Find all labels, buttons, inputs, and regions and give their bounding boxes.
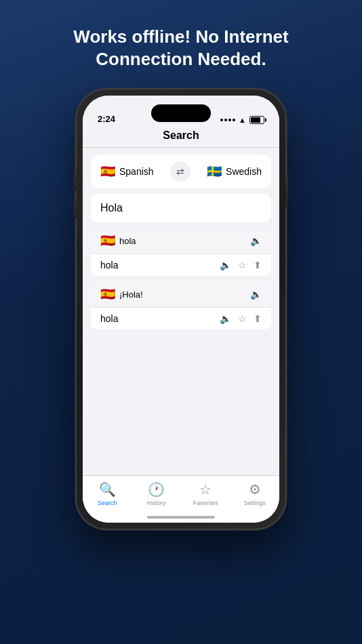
status-time: 2:24 bbox=[98, 114, 115, 124]
tab-favorites[interactable]: ☆ Favorites bbox=[181, 481, 230, 506]
result-card-2: 🇪🇸 ¡Hola! 🔈 hola 🔈 ☆ ⬆ bbox=[91, 281, 271, 329]
favorites-tab-icon: ☆ bbox=[199, 481, 212, 498]
speaker-icon-1[interactable]: 🔈 bbox=[250, 235, 262, 246]
swap-languages-button[interactable]: ⇄ bbox=[170, 161, 190, 182]
speaker-icon-2[interactable]: 🔈 bbox=[250, 289, 262, 300]
target-language[interactable]: 🇸🇪 Swedish bbox=[207, 164, 262, 179]
result-translation-2: hola 🔈 ☆ ⬆ bbox=[91, 307, 271, 329]
favorites-tab-label: Favorites bbox=[193, 500, 218, 506]
headline-text: Works offline! No Internet bbox=[73, 26, 288, 47]
language-selector[interactable]: 🇪🇸 Spanish ⇄ 🇸🇪 Swedish bbox=[91, 155, 271, 188]
result-actions-1: 🔈 ☆ ⬆ bbox=[220, 260, 262, 270]
headline: Works offline! No Internet Connection Ne… bbox=[46, 26, 315, 70]
wifi-icon: ▲ bbox=[239, 116, 246, 124]
volume-down-button bbox=[74, 197, 77, 218]
history-tab-icon: 🕐 bbox=[148, 481, 165, 498]
result-share-icon-2[interactable]: ⬆ bbox=[254, 313, 262, 324]
result-source-1: 🇪🇸 hola 🔈 bbox=[91, 228, 271, 254]
status-icons: ▲ bbox=[220, 116, 264, 124]
headline-text2: Connection Needed. bbox=[96, 49, 266, 69]
source-language[interactable]: 🇪🇸 Spanish bbox=[100, 164, 154, 179]
result-star-icon-2[interactable]: ☆ bbox=[238, 313, 247, 324]
search-tab-icon: 🔍 bbox=[99, 481, 116, 498]
result-source-text-1: hola bbox=[119, 236, 136, 246]
result-source-2: 🇪🇸 ¡Hola! 🔈 bbox=[91, 281, 271, 307]
search-tab-label: Search bbox=[98, 500, 117, 506]
result-source-left-2: 🇪🇸 ¡Hola! bbox=[100, 287, 143, 302]
result-source-text-2: ¡Hola! bbox=[119, 289, 143, 300]
phone-screen: 2:24 ▲ Search 🇪🇸 Spanish bbox=[83, 96, 279, 523]
settings-tab-label: Settings bbox=[243, 500, 266, 506]
power-button bbox=[285, 177, 288, 207]
result-translation-1: hola 🔈 ☆ ⬆ bbox=[91, 254, 271, 276]
volume-up-button bbox=[74, 170, 77, 190]
source-flag: 🇪🇸 bbox=[100, 164, 115, 179]
result-flag-2: 🇪🇸 bbox=[100, 287, 115, 302]
nav-title: Search bbox=[83, 128, 279, 148]
target-label: Swedish bbox=[226, 166, 262, 177]
result-share-icon-1[interactable]: ⬆ bbox=[254, 260, 262, 270]
result-actions-2: 🔈 ☆ ⬆ bbox=[220, 313, 262, 324]
results-area: 🇪🇸 hola 🔈 hola 🔈 ☆ ⬆ bbox=[83, 228, 279, 475]
home-indicator bbox=[147, 516, 215, 519]
tab-search[interactable]: 🔍 Search bbox=[83, 481, 132, 506]
tab-history[interactable]: 🕐 History bbox=[132, 481, 182, 506]
battery-icon bbox=[249, 116, 264, 124]
result-star-icon-1[interactable]: ☆ bbox=[238, 260, 247, 270]
settings-tab-icon: ⚙ bbox=[249, 481, 261, 498]
target-flag: 🇸🇪 bbox=[207, 164, 222, 179]
history-tab-label: History bbox=[147, 500, 166, 506]
result-speaker-icon-2[interactable]: 🔈 bbox=[220, 313, 231, 324]
result-flag-1: 🇪🇸 bbox=[100, 233, 115, 248]
result-speaker-icon-1[interactable]: 🔈 bbox=[220, 260, 231, 270]
result-translation-text-2: hola bbox=[100, 313, 118, 324]
result-source-left-1: 🇪🇸 hola bbox=[100, 233, 136, 248]
tab-settings[interactable]: ⚙ Settings bbox=[230, 481, 280, 506]
result-card-1: 🇪🇸 hola 🔈 hola 🔈 ☆ ⬆ bbox=[91, 228, 271, 276]
result-translation-text-1: hola bbox=[100, 260, 118, 270]
signal-icon bbox=[220, 119, 235, 121]
phone-mockup: 2:24 ▲ Search 🇪🇸 Spanish bbox=[76, 89, 286, 529]
swap-icon: ⇄ bbox=[176, 166, 184, 177]
dynamic-island bbox=[151, 104, 211, 122]
search-value: Hola bbox=[100, 202, 123, 214]
source-label: Spanish bbox=[119, 166, 154, 177]
search-input[interactable]: Hola bbox=[91, 194, 271, 222]
